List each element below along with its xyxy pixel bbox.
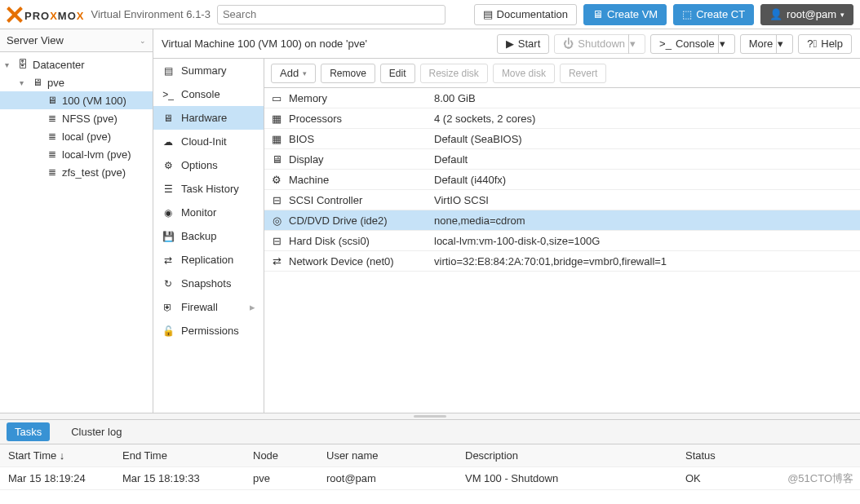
more-button[interactable]: More▾ [740,34,794,54]
menu-item-firewall[interactable]: ⛨Firewall▸ [153,295,264,319]
hardware-value: none,media=cdrom [434,214,860,227]
menu-item-task-history[interactable]: ☰Task History [153,177,264,201]
hardware-value: virtio=32:E8:84:2A:70:01,bridge=vmbr0,fi… [434,255,860,267]
storage-icon: ≣ [46,112,59,125]
tree-item-datacenter[interactable]: ▾🗄Datacenter [0,55,153,73]
add-button[interactable]: Add ▾ [271,64,316,83]
list-icon: ☰ [162,183,175,196]
chevron-down-icon: ⌄ [140,37,146,45]
menu-item-label: Snapshots [181,277,231,290]
menu-item-summary[interactable]: ▤Summary [153,59,264,82]
help-button[interactable]: ?⃝Help [798,34,852,54]
menu-item-label: Firewall [181,301,218,313]
hdd-icon: ⊟ [264,235,289,247]
tree-item-local-pve-[interactable]: ≣local (pve) [0,127,153,145]
tab-cluster-log[interactable]: Cluster log [63,422,130,441]
hardware-row-cd-dvd-drive-ide2-[interactable]: ◎CD/DVD Drive (ide2)none,media=cdrom [264,210,860,231]
hardware-value: 4 (2 sockets, 2 cores) [434,113,860,125]
menu-item-replication[interactable]: ⇄Replication [153,248,264,272]
caret-icon: ▾ [20,78,28,87]
menu-item-backup[interactable]: 💾Backup [153,224,264,248]
menu-item-snapshots[interactable]: ↻Snapshots [153,272,264,295]
edit-button[interactable]: Edit [380,64,415,83]
hardware-key: Memory [289,92,434,104]
desktop-icon: 🖥 [162,112,175,125]
main-area: Server View ⌄ ▾🗄Datacenter▾🖥pve🖥100 (VM … [0,29,860,413]
resize-disk-button[interactable]: Resize disk [420,64,488,83]
hardware-row-scsi-controller[interactable]: ⊟SCSI ControllerVirtIO SCSI [264,190,860,210]
hardware-row-memory[interactable]: ▭Memory8.00 GiB [264,88,860,108]
remove-button[interactable]: Remove [321,64,375,83]
hardware-key: CD/DVD Drive (ide2) [289,214,434,227]
menu-item-options[interactable]: ⚙Options [153,153,264,177]
server-icon: 🗄 [16,58,29,71]
hardware-value: Default (i440fx) [434,174,860,186]
watermark: @51CTO博客 [787,471,853,486]
hardware-row-network-device-net0-[interactable]: ⇄Network Device (net0)virtio=32:E8:84:2A… [264,251,860,272]
log-row[interactable]: Mar 15 18:19:24 Mar 15 18:19:33 pve root… [0,467,860,490]
col-node[interactable]: Node [253,449,326,462]
user-icon: 👤 [769,8,782,20]
search-input[interactable] [217,5,446,24]
tree-item-pve[interactable]: ▾🖥pve [0,73,153,91]
create-ct-button[interactable]: ⬚Create CT [673,4,754,25]
gear-icon: ⚙ [264,174,289,186]
tree-item-label: local (pve) [62,130,111,143]
user-menu-button[interactable]: 👤root@pam▾ [760,4,853,25]
cloud-icon: ☁ [162,135,175,148]
hardware-key: Display [289,153,434,166]
tab-tasks[interactable]: Tasks [7,422,50,441]
menu-item-console[interactable]: >_Console [153,82,264,106]
menu-item-label: Console [181,88,220,100]
col-user[interactable]: User name [326,449,465,462]
cpu-icon: ▦ [264,113,289,125]
col-status[interactable]: Status [685,449,860,462]
tree-item-100-vm-100-[interactable]: 🖥100 (VM 100) [0,91,153,109]
hardware-value: Default (SeaBIOS) [434,133,860,145]
menu-item-label: Hardware [181,112,227,124]
save-icon: 💾 [162,230,175,243]
menu-item-hardware[interactable]: 🖥Hardware [153,106,264,130]
help-icon: ?⃝ [807,38,817,50]
menu-item-monitor[interactable]: ◉Monitor [153,201,264,224]
console-button[interactable]: >_Console▾ [650,34,735,54]
cell-start-time: Mar 15 18:19:24 [0,472,122,484]
hardware-row-machine[interactable]: ⚙MachineDefault (i440fx) [264,170,860,190]
tree-item-zfs-test-pve-[interactable]: ≣zfs_test (pve) [0,163,153,181]
tree-item-local-lvm-pve-[interactable]: ≣local-lvm (pve) [0,145,153,163]
create-vm-button[interactable]: 🖥Create VM [583,4,667,25]
content-panel: Virtual Machine 100 (VM 100) on node 'pv… [153,29,860,413]
start-button[interactable]: ▶Start [497,34,549,54]
documentation-button[interactable]: ▤Documentation [474,4,577,25]
hardware-row-hard-disk-scsi0-[interactable]: ⊟Hard Disk (scsi0)local-lvm:vm-100-disk-… [264,231,860,251]
hardware-row-processors[interactable]: ▦Processors4 (2 sockets, 2 cores) [264,108,860,129]
menu-item-cloud-init[interactable]: ☁Cloud-Init [153,130,264,153]
hardware-toolbar: Add ▾ Remove Edit Resize disk Move disk … [264,59,860,88]
col-end-time[interactable]: End Time [122,449,253,462]
col-description[interactable]: Description [465,449,685,462]
chevron-down-icon[interactable]: ▾ [776,34,784,54]
chevron-down-icon[interactable]: ▾ [718,34,726,54]
content-header: Virtual Machine 100 (VM 100) on node 'pv… [153,29,860,59]
panel-resize-handle[interactable] [0,413,860,419]
hardware-list: ▭Memory8.00 GiB▦Processors4 (2 sockets, … [264,88,860,413]
terminal-icon: >_ [162,88,175,101]
hardware-row-display[interactable]: 🖥DisplayDefault [264,149,860,170]
tree-view-selector[interactable]: Server View ⌄ [0,29,153,52]
col-start-time[interactable]: Start Time ↓ [0,449,122,462]
chevron-down-icon: ▾ [840,11,844,19]
tree-item-label: local-lvm (pve) [62,148,131,161]
menu-item-permissions[interactable]: 🔓Permissions [153,319,264,343]
hardware-value: 8.00 GiB [434,92,860,104]
hardware-row-bios[interactable]: ▦BIOSDefault (SeaBIOS) [264,129,860,149]
tree-item-nfss-pve-[interactable]: ≣NFSS (pve) [0,109,153,127]
history-icon: ↻ [162,277,175,290]
resource-tree: ▾🗄Datacenter▾🖥pve🖥100 (VM 100)≣NFSS (pve… [0,52,153,184]
shutdown-button[interactable]: ⏻Shutdown▾ [554,34,645,54]
tree-item-label: zfs_test (pve) [62,166,126,179]
move-disk-button[interactable]: Move disk [493,64,555,83]
chevron-down-icon[interactable]: ▾ [628,34,636,54]
hardware-value: Default [434,153,860,166]
revert-button[interactable]: Revert [560,64,606,83]
chevron-down-icon: ▾ [303,69,307,77]
